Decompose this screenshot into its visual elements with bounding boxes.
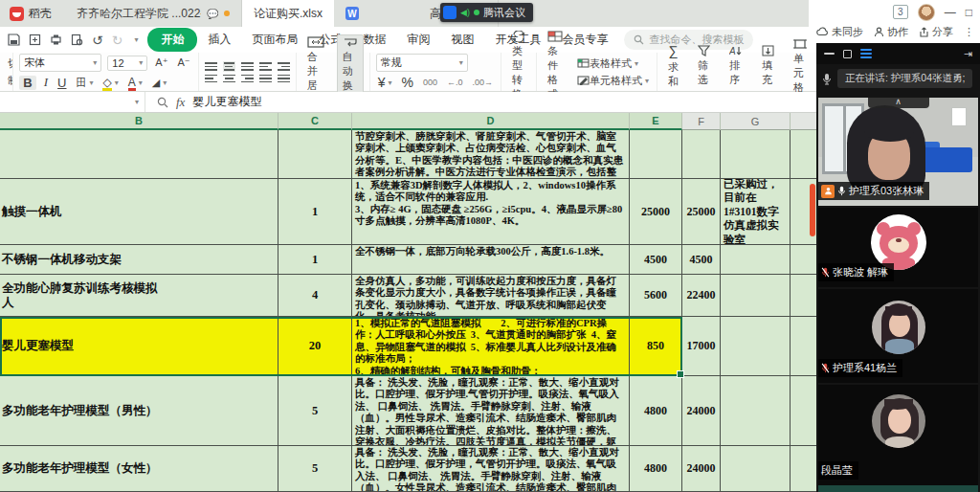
cell-note[interactable]: [721, 446, 791, 492]
video-tile-participant-2[interactable]: 张晓波 解琳: [818, 208, 978, 287]
column-header-B[interactable]: B: [0, 113, 278, 130]
cell-description[interactable]: 全不锈钢一体，底部万向轮承载300公斤，高度1.6-1.8米。: [352, 245, 630, 275]
align-bottom-icon[interactable]: [241, 62, 254, 71]
menu-home[interactable]: 开始: [147, 28, 197, 52]
cell-description[interactable]: 全身仿真人，多功能，可训练吹起力度和按压力度，具备灯条变化显示力度大小，具备数字…: [352, 275, 630, 317]
borders-button[interactable]: 田▾: [74, 76, 95, 90]
increase-font-icon[interactable]: A⁺: [153, 56, 169, 69]
column-header-E[interactable]: E: [630, 113, 682, 130]
underline-button[interactable]: U: [56, 76, 68, 90]
cell-filler[interactable]: [791, 317, 818, 376]
number-format-select[interactable]: 常规▾: [376, 54, 468, 72]
cell-item-name[interactable]: 婴儿更塞模型: [0, 317, 278, 376]
menu-review[interactable]: 审阅: [396, 28, 440, 52]
font-name-select[interactable]: 宋体▾: [19, 54, 101, 72]
menu-page-layout[interactable]: 页面布局: [241, 28, 308, 52]
tencent-meeting-mini-bar[interactable]: ◀) 腾讯会议: [440, 3, 533, 22]
cell-note[interactable]: [721, 376, 791, 446]
cell-quantity[interactable]: 1: [278, 179, 352, 245]
cell-unit-price[interactable]: 25000: [630, 179, 682, 245]
thousands-separator-button[interactable]: 000: [421, 78, 439, 87]
column-header-G[interactable]: G: [721, 113, 791, 130]
cell-quantity[interactable]: 4: [278, 275, 352, 317]
cell-item-name[interactable]: 多功能老年护理模型（女性）: [0, 446, 278, 492]
cell-total-price[interactable]: 24000: [682, 376, 721, 446]
undo-icon[interactable]: ↺: [92, 33, 103, 48]
cell-description[interactable]: 具备： 洗头发、洗脸，瞳孔观察：正常、散大、缩小直观对比。口腔护理、假牙护理.气…: [352, 376, 630, 446]
cell-total-price[interactable]: 25000: [682, 179, 721, 245]
cell-unit-price[interactable]: 5600: [630, 275, 682, 317]
cell-total-price[interactable]: [682, 130, 721, 179]
cell-item-name[interactable]: 触摸一体机: [0, 179, 278, 245]
column-header-filler[interactable]: [791, 113, 818, 130]
meeting-window-icon[interactable]: [843, 50, 852, 58]
italic-button[interactable]: I: [42, 75, 50, 90]
cell-style-button[interactable]: 单元格样式▾: [575, 74, 651, 88]
cell-unit-price[interactable]: 850: [630, 317, 682, 376]
bold-button[interactable]: B: [19, 76, 35, 90]
cell-unit-price[interactable]: [630, 130, 682, 179]
quick-access-more-icon[interactable]: ▾: [134, 35, 138, 44]
cell-unit-price[interactable]: 4800: [630, 446, 682, 492]
cell-total-price[interactable]: 24000: [682, 446, 721, 492]
formula-value[interactable]: 婴儿更塞模型: [192, 94, 261, 110]
cell-item-name[interactable]: [0, 130, 278, 179]
cell-quantity[interactable]: 20: [278, 317, 352, 376]
meeting-minimize-icon[interactable]: [824, 53, 835, 55]
decrease-font-icon[interactable]: A⁻: [176, 56, 192, 69]
redo-icon[interactable]: ↻: [112, 33, 123, 48]
tab-file-2-active[interactable]: S 论证购买.xlsx: [242, 0, 334, 27]
cell-quantity[interactable]: 5: [278, 446, 352, 492]
vertical-scrollbar-thumb[interactable]: [810, 184, 815, 236]
cell-description[interactable]: 节腔穿刺术、膀胱穿刺术、肾脏穿刺术、气管切开术、脑室穿刺术、上颌窦穿刺术、占位病…: [352, 130, 630, 179]
cell-item-name[interactable]: 全功能心肺复苏训练考核模拟人: [0, 275, 278, 317]
pages-badge[interactable]: 3: [893, 5, 908, 19]
cell-quantity[interactable]: 1: [278, 245, 352, 275]
sync-status-button[interactable]: 未同步: [816, 25, 863, 39]
currency-format-button[interactable]: ¥▾: [376, 75, 394, 90]
increase-indent-icon[interactable]: [278, 62, 290, 71]
cell-quantity[interactable]: 5: [278, 376, 352, 446]
meeting-list-view-icon[interactable]: [860, 49, 872, 59]
cell-item-name[interactable]: 多功能老年护理模型（男性）: [0, 376, 278, 446]
export-icon[interactable]: [29, 34, 41, 46]
fill-color-button[interactable]: ◇▾: [100, 77, 120, 88]
table-style-button[interactable]: 表格样式▾: [575, 56, 651, 71]
increase-decimal-button[interactable]: ←.0: [445, 78, 465, 87]
daoke-tab[interactable]: 稻壳: [0, 0, 65, 27]
video-tile-participant-3[interactable]: 护理系41杨兰: [818, 289, 978, 383]
column-header-F[interactable]: F: [682, 113, 721, 130]
minimize-window-icon[interactable]: —: [945, 8, 956, 17]
cell-filler[interactable]: [791, 245, 818, 275]
cell-filler[interactable]: [791, 275, 818, 317]
font-size-select[interactable]: 12▾: [107, 56, 147, 71]
fx-icon[interactable]: fx: [176, 95, 185, 110]
cell-quantity[interactable]: [278, 130, 352, 179]
align-middle-icon[interactable]: [223, 61, 235, 72]
decrease-decimal-button[interactable]: .00→: [470, 78, 495, 87]
cell-filler[interactable]: [791, 376, 818, 446]
cell-total-price[interactable]: 22400: [682, 275, 721, 317]
copy-button[interactable]: 制 -: [6, 74, 13, 88]
name-box[interactable]: ▾: [0, 92, 145, 112]
cell-unit-price[interactable]: 4500: [630, 245, 682, 275]
font-color-button[interactable]: A▾: [126, 77, 145, 88]
percent-format-button[interactable]: %: [399, 75, 414, 90]
align-right-icon[interactable]: [241, 75, 254, 83]
zoom-formula-icon[interactable]: [157, 97, 168, 108]
align-center-icon[interactable]: [223, 75, 235, 83]
scroll-up-chevron-icon[interactable]: ∧: [868, 98, 929, 108]
spreadsheet-grid[interactable]: BCDEFG 节腔穿刺术、膀胱穿刺术、肾脏穿刺术、气管切开术、脑室穿刺术、上颌窦…: [0, 113, 818, 492]
decrease-indent-icon[interactable]: [259, 62, 272, 71]
eraser-button[interactable]: ◢▾: [150, 77, 168, 89]
maximize-window-icon[interactable]: □: [966, 8, 972, 17]
cell-total-price[interactable]: 4500: [682, 245, 721, 275]
cell-filler[interactable]: [791, 446, 818, 492]
cell-unit-price[interactable]: 4800: [630, 376, 682, 446]
justify-icon[interactable]: [259, 75, 272, 83]
cell-total-price[interactable]: 17000: [682, 317, 721, 376]
collaborate-button[interactable]: 协作: [874, 25, 908, 39]
align-top-icon[interactable]: [205, 62, 217, 71]
cell-description[interactable]: 1、系统兼容3D解剖数字人体模拟人，2、windows10操作系统，适合不同软件…: [352, 179, 630, 245]
cell-note[interactable]: [721, 275, 791, 317]
